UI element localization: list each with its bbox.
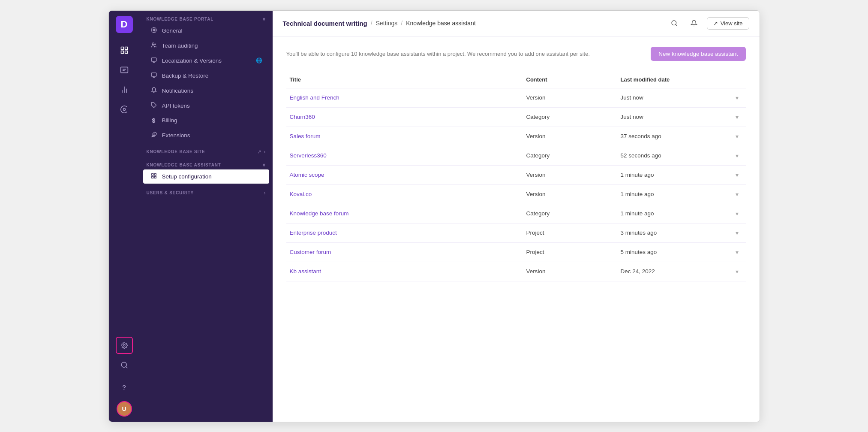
- row-dropdown-icon-4[interactable]: ▾: [736, 172, 739, 178]
- row-dropdown-icon-9[interactable]: ▾: [736, 268, 739, 275]
- sidebar-item-label-team-auditing: Team auditing: [162, 42, 198, 49]
- sidebar-item-backup[interactable]: Backup & Restore: [143, 69, 269, 83]
- nav-chart-icon[interactable]: [116, 81, 133, 98]
- row-action-5[interactable]: ▾: [729, 191, 746, 198]
- col-content-header: Content: [523, 75, 617, 85]
- new-kb-assistant-button[interactable]: New knowledge base assistant: [651, 47, 745, 61]
- sidebar-item-label-backup: Backup & Restore: [162, 73, 209, 79]
- row-content-3: Category: [523, 152, 617, 159]
- row-title-7: Enterprise product: [286, 230, 523, 236]
- table-row[interactable]: English and French Version Just now ▾: [286, 88, 746, 108]
- svg-rect-24: [154, 176, 156, 178]
- view-site-label: View site: [721, 20, 743, 27]
- table-row[interactable]: Sales forum Version 37 seconds ago ▾: [286, 127, 746, 146]
- row-dropdown-icon-2[interactable]: ▾: [736, 133, 739, 140]
- topbar-search-button[interactable]: [667, 16, 681, 30]
- nav-edit-icon[interactable]: [116, 61, 133, 79]
- sidebar-item-setup-configuration[interactable]: Setup configuration: [143, 169, 269, 184]
- kb-site-chevron-right-icon[interactable]: ›: [264, 149, 266, 155]
- kb-assistant-section-title: KNOWLEDGE BASE ASSISTANT ∨: [140, 157, 273, 169]
- row-action-4[interactable]: ▾: [729, 172, 746, 178]
- row-dropdown-icon-0[interactable]: ▾: [736, 94, 739, 101]
- nav-library-icon[interactable]: [116, 42, 133, 59]
- svg-rect-22: [151, 173, 153, 175]
- row-action-2[interactable]: ▾: [729, 133, 746, 140]
- sidebar-item-localization[interactable]: Localization & Versions 🌐: [143, 54, 269, 68]
- svg-rect-2: [125, 51, 127, 53]
- row-dropdown-icon-7[interactable]: ▾: [736, 230, 739, 236]
- row-action-1[interactable]: ▾: [729, 114, 746, 121]
- sidebar-item-general[interactable]: General: [143, 24, 269, 38]
- svg-point-26: [672, 21, 676, 25]
- sidebar-item-api-tokens[interactable]: API tokens: [143, 99, 269, 113]
- table-row[interactable]: Enterprise product Project 3 minutes ago…: [286, 224, 746, 243]
- table-row[interactable]: Atomic scope Version 1 minute ago ▾: [286, 166, 746, 185]
- row-dropdown-icon-6[interactable]: ▾: [736, 210, 739, 217]
- svg-rect-3: [121, 51, 123, 53]
- col-title-header: Title: [286, 75, 523, 85]
- content-area: You'll be able to configure 10 knowledge…: [273, 36, 760, 422]
- kb-portal-arrow[interactable]: ∨: [262, 17, 266, 21]
- sidebar-item-team-auditing[interactable]: Team auditing: [143, 39, 269, 53]
- svg-rect-1: [125, 47, 127, 49]
- table-row[interactable]: Churn360 Category Just now ▾: [286, 108, 746, 127]
- sidebar-item-label-general: General: [162, 27, 183, 34]
- kb-assistant-arrow[interactable]: ∨: [262, 163, 266, 167]
- row-action-6[interactable]: ▾: [729, 210, 746, 217]
- app-logo[interactable]: D: [116, 16, 133, 33]
- row-action-3[interactable]: ▾: [729, 152, 746, 159]
- settings-icon-active[interactable]: [116, 337, 133, 354]
- row-content-0: Version: [523, 94, 617, 101]
- row-content-2: Version: [523, 133, 617, 139]
- table-row[interactable]: Knowledge base forum Category 1 minute a…: [286, 204, 746, 224]
- setup-config-icon: [150, 173, 158, 180]
- sidebar-item-label-billing: Billing: [162, 117, 177, 124]
- row-dropdown-icon-8[interactable]: ▾: [736, 249, 739, 256]
- row-action-9[interactable]: ▾: [729, 268, 746, 275]
- row-dropdown-icon-1[interactable]: ▾: [736, 114, 739, 121]
- row-dropdown-icon-5[interactable]: ▾: [736, 191, 739, 198]
- users-security-chevron-right-icon[interactable]: ›: [264, 190, 266, 196]
- row-content-5: Version: [523, 191, 617, 197]
- external-link-icon[interactable]: ↗: [257, 149, 261, 155]
- breadcrumb: Technical document writing / Settings / …: [283, 20, 476, 27]
- row-date-8: 5 minutes ago: [617, 249, 729, 255]
- sidebar-item-notifications[interactable]: Notifications: [143, 84, 269, 98]
- row-date-4: 1 minute ago: [617, 172, 729, 178]
- row-action-7[interactable]: ▾: [729, 230, 746, 236]
- row-title-9: Kb assistant: [286, 268, 523, 275]
- table-row[interactable]: Serverless360 Category 52 seconds ago ▾: [286, 146, 746, 166]
- row-content-1: Category: [523, 114, 617, 120]
- localization-globe-icon[interactable]: 🌐: [256, 57, 262, 63]
- info-text: You'll be able to configure 10 knowledge…: [286, 51, 590, 57]
- row-title-4: Atomic scope: [286, 172, 523, 178]
- row-content-8: Project: [523, 249, 617, 255]
- topbar-actions: ↗ View site: [667, 16, 749, 30]
- row-date-3: 52 seconds ago: [617, 152, 729, 159]
- nav-tools-icon[interactable]: [116, 101, 133, 118]
- row-date-5: 1 minute ago: [617, 191, 729, 197]
- row-dropdown-icon-3[interactable]: ▾: [736, 152, 739, 159]
- api-tokens-icon: [150, 102, 158, 109]
- svg-line-11: [126, 366, 127, 368]
- sidebar-item-extensions[interactable]: Extensions: [143, 128, 269, 142]
- nav-search-icon[interactable]: [116, 356, 133, 374]
- svg-point-8: [123, 108, 125, 110]
- row-action-8[interactable]: ▾: [729, 249, 746, 256]
- table-row[interactable]: Customer forum Project 5 minutes ago ▾: [286, 243, 746, 262]
- row-action-0[interactable]: ▾: [729, 94, 746, 101]
- topbar-notifications-button[interactable]: [687, 16, 701, 30]
- table-row[interactable]: Kb assistant Version Dec 24, 2022 ▾: [286, 262, 746, 281]
- table-row[interactable]: Kovai.co Version 1 minute ago ▾: [286, 185, 746, 204]
- users-security-section-row: USERS & SECURITY ›: [140, 184, 273, 198]
- svg-rect-18: [151, 73, 156, 76]
- notifications-icon: [150, 87, 158, 94]
- row-title-6: Knowledge base forum: [286, 210, 523, 217]
- nav-help-icon[interactable]: ?: [116, 379, 133, 396]
- user-avatar[interactable]: U: [117, 401, 132, 417]
- view-site-button[interactable]: ↗ View site: [707, 17, 749, 30]
- sidebar-item-billing[interactable]: $ Billing: [143, 114, 269, 127]
- svg-point-13: [152, 42, 154, 45]
- row-title-2: Sales forum: [286, 133, 523, 139]
- row-content-7: Project: [523, 230, 617, 236]
